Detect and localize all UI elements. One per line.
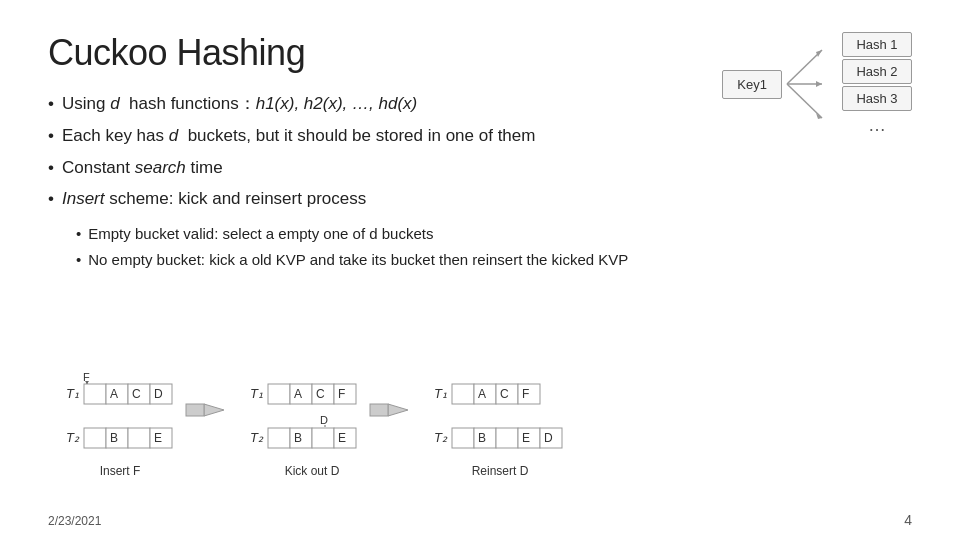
hash-dots: … [842, 115, 912, 136]
svg-marker-3 [816, 81, 822, 87]
svg-text:E: E [338, 431, 346, 445]
svg-rect-21 [128, 428, 150, 448]
bullet-3-text: Constant search time [62, 156, 223, 180]
svg-text:F: F [522, 387, 529, 401]
hash1-box: Hash 1 [842, 32, 912, 57]
svg-text:A: A [110, 387, 118, 401]
diagram-section: T₁ A C D F T₂ B E Insert F [48, 370, 912, 504]
svg-text:Kick out D: Kick out D [285, 464, 340, 478]
svg-marker-45 [388, 404, 408, 416]
svg-text:B: B [110, 431, 118, 445]
bullet-2-text: Each key has d buckets, but it should be… [62, 124, 535, 148]
svg-rect-7 [84, 384, 106, 404]
svg-text:B: B [478, 431, 486, 445]
date-footer: 2/23/2021 [48, 514, 101, 528]
hash-diagram: Key1 Hash 1 Hash 2 Hash 3 … [722, 32, 912, 136]
svg-text:A: A [294, 387, 302, 401]
svg-text:B: B [294, 431, 302, 445]
bullet-4: Insert scheme: kick and reinsert process [48, 187, 912, 211]
svg-text:D: D [154, 387, 163, 401]
svg-rect-36 [268, 428, 290, 448]
bullet-4-text: Insert scheme: kick and reinsert process [62, 187, 366, 211]
hash2-box: Hash 2 [842, 59, 912, 84]
svg-rect-59 [496, 428, 518, 448]
svg-text:Reinsert D: Reinsert D [472, 464, 529, 478]
svg-text:T₁: T₁ [250, 386, 263, 401]
sub-bullet-2: No empty bucket: kick a old KVP and take… [76, 249, 912, 270]
svg-text:D: D [320, 414, 328, 426]
svg-rect-26 [186, 404, 204, 416]
svg-text:Insert F: Insert F [100, 464, 141, 478]
svg-text:C: C [500, 387, 509, 401]
hash-boxes: Hash 1 Hash 2 Hash 3 … [842, 32, 912, 136]
svg-text:C: C [132, 387, 141, 401]
svg-text:D: D [544, 431, 553, 445]
arrows-svg [782, 36, 842, 132]
sub-bullet-list: Empty bucket valid: select a empty one o… [76, 223, 912, 270]
svg-text:T₂: T₂ [250, 430, 264, 445]
bullet-before: Using d hash functions：h1(x), h2(x), …, … [62, 92, 417, 116]
svg-rect-48 [452, 384, 474, 404]
svg-text:E: E [522, 431, 530, 445]
diagram-svg: T₁ A C D F T₂ B E Insert F [48, 370, 912, 500]
svg-rect-56 [452, 428, 474, 448]
slide: Cuckoo Hashing Key1 Hash 1 Hash 2 Hash 3… [0, 0, 960, 540]
svg-line-0 [787, 50, 822, 84]
svg-line-4 [787, 84, 822, 118]
svg-rect-39 [312, 428, 334, 448]
svg-rect-46 [370, 404, 388, 416]
sub-bullet-1: Empty bucket valid: select a empty one o… [76, 223, 912, 244]
svg-text:T₁: T₁ [66, 386, 79, 401]
svg-rect-18 [84, 428, 106, 448]
svg-text:A: A [478, 387, 486, 401]
svg-text:T₂: T₂ [66, 430, 80, 445]
svg-rect-28 [268, 384, 290, 404]
key-box: Key1 [722, 70, 782, 99]
page-number: 4 [904, 512, 912, 528]
hash3-box: Hash 3 [842, 86, 912, 111]
svg-text:C: C [316, 387, 325, 401]
svg-text:T₂: T₂ [434, 430, 448, 445]
svg-marker-25 [204, 404, 224, 416]
svg-marker-5 [816, 113, 822, 119]
svg-text:E: E [154, 431, 162, 445]
svg-text:T₁: T₁ [434, 386, 447, 401]
bullet-3: Constant search time [48, 156, 912, 180]
svg-text:F: F [338, 387, 345, 401]
